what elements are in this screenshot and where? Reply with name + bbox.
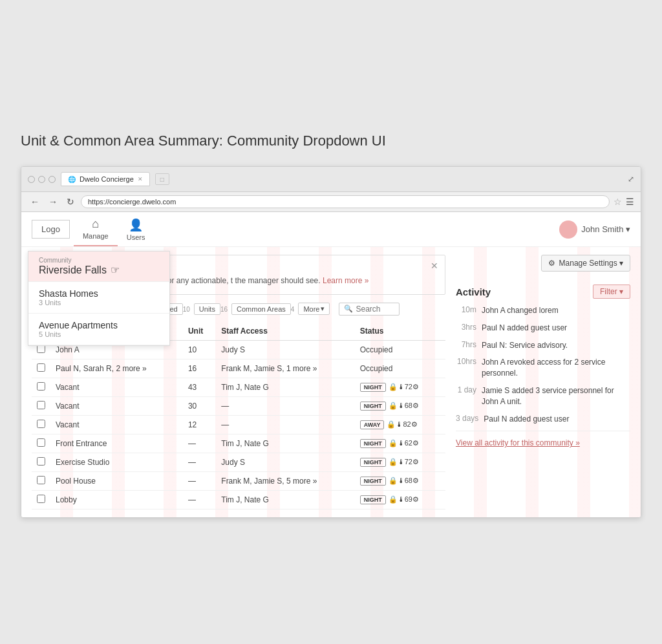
alert-close-button[interactable]: ✕	[431, 261, 438, 271]
cell-name: Front Entrance	[50, 434, 183, 453]
page-title: Unit & Common Area Summary: Community Dr…	[21, 126, 641, 156]
community-label: Community	[39, 257, 159, 264]
community-item-avenue[interactable]: Avenue Apartments 5 Units	[28, 314, 169, 345]
activity-item: 7hrsPaul N: Service advisory.	[456, 340, 630, 351]
activity-filter-button[interactable]: Filter ▾	[593, 284, 630, 299]
activity-item: 10mJohn A changed lorem	[456, 305, 630, 316]
row-checkbox[interactable]	[37, 476, 45, 484]
row-checkbox[interactable]	[37, 438, 45, 447]
cell-name: Exercise Studio	[50, 453, 183, 471]
row-checkbox[interactable]	[37, 382, 45, 391]
cell-status: NIGHT🔒🌡69⚙	[355, 490, 445, 509]
browser-minimize-dot[interactable]	[38, 176, 45, 183]
new-tab-button[interactable]: □	[155, 173, 169, 185]
filter-units[interactable]: Units	[194, 303, 220, 315]
activity-text: Paul N added guest user	[484, 414, 630, 425]
activity-time: 10hrs	[456, 357, 476, 379]
community-item-shasta[interactable]: Shasta Homes 3 Units	[28, 282, 169, 314]
community-item-name: Shasta Homes	[39, 288, 159, 299]
filter-common-areas-label: Common Areas4	[231, 303, 294, 315]
cell-unit: 30	[183, 396, 216, 415]
browser-tab[interactable]: 🌐 Dwelo Concierge ✕	[61, 172, 150, 186]
users-icon: 👤	[129, 218, 143, 232]
cell-staff: Tim J, Nate G	[216, 378, 354, 396]
activity-panel: Activity Filter ▾ 10mJohn A changed lore…	[456, 284, 630, 448]
cell-unit: 43	[183, 378, 216, 396]
row-checkbox[interactable]	[37, 495, 45, 503]
browser-titlebar: 🌐 Dwelo Concierge ✕ □ ⤢	[21, 167, 641, 192]
top-nav: Logo ⌂ Manage 👤 Users John Smith ▾ Commu…	[21, 212, 641, 247]
view-all-activity-link[interactable]: View all activity for this community »	[456, 438, 580, 447]
status-icons: 🔒🌡69⚙	[389, 495, 419, 504]
browser-traffic-lights	[28, 176, 56, 183]
activity-header: Activity Filter ▾	[456, 284, 630, 299]
browser-close-dot[interactable]	[28, 176, 35, 183]
activity-time: 3hrs	[456, 323, 476, 334]
activity-time: 7hrs	[456, 340, 476, 351]
cell-staff: Frank M, Jamie S, 1 more »	[216, 359, 354, 378]
activity-text: Paul N: Service advisory.	[482, 340, 630, 351]
back-button[interactable]: ←	[28, 195, 42, 208]
cell-unit: —	[183, 453, 216, 471]
search-input[interactable]	[356, 305, 394, 314]
cell-unit: 10	[183, 340, 216, 359]
cell-unit: —	[183, 490, 216, 509]
community-dropdown[interactable]: Community Riverside Falls ☞ Shasta Homes…	[28, 251, 170, 346]
status-badge: NIGHT	[360, 402, 386, 411]
status-icons: 🔒🌡72⚙	[389, 383, 419, 391]
nav-logo[interactable]: Logo	[32, 220, 70, 239]
status-badge: NIGHT	[360, 458, 386, 467]
cell-name: Paul N, Sarah R, 2 more »	[50, 359, 183, 378]
more-button[interactable]: More ▾	[298, 303, 330, 315]
nav-item-manage[interactable]: ⌂ Manage	[74, 212, 118, 246]
tab-close-icon[interactable]: ✕	[138, 176, 143, 182]
status-badge: AWAY	[360, 420, 385, 429]
browser-menu-icon[interactable]: ☰	[626, 197, 634, 207]
activity-text: John A changed lorem	[482, 305, 630, 316]
forward-button[interactable]: →	[46, 195, 60, 208]
activity-text: Jamie S added 3 service personnel for Jo…	[482, 385, 630, 407]
bookmark-icon[interactable]: ☆	[614, 197, 622, 207]
browser-expand-icon[interactable]: ⤢	[628, 175, 634, 184]
table-row: Pool House—Frank M, Jamie S, 5 more »NIG…	[32, 471, 445, 490]
status-icons: 🔒🌡72⚙	[389, 458, 419, 466]
search-box[interactable]: 🔍	[339, 303, 400, 316]
browser-maximize-dot[interactable]	[48, 176, 56, 183]
table-row: Vacant43Tim J, Nate GNIGHT🔒🌡72⚙	[32, 378, 445, 396]
status-icons: 🔒🌡82⚙	[387, 420, 417, 429]
browser-toolbar: ← → ↻ https://concierge.dwelo.com ☆ ☰	[21, 192, 641, 212]
activity-item: 1 dayJamie S added 3 service personnel f…	[456, 385, 630, 407]
nav-item-users[interactable]: 👤 Users	[118, 213, 155, 246]
activity-item: 3hrsPaul N added guest user	[456, 323, 630, 334]
th-staff: Staff Access	[216, 322, 354, 341]
status-icons: 🔒🌡68⚙	[389, 402, 419, 410]
cell-staff: Judy S	[216, 340, 354, 359]
activity-text: John A revoked access for 2 service pers…	[482, 357, 630, 379]
nav-manage-label: Manage	[83, 232, 109, 240]
table-row: Vacant30—NIGHT🔒🌡68⚙	[32, 396, 445, 415]
row-checkbox[interactable]	[37, 457, 45, 466]
status-badge: NIGHT	[360, 495, 386, 504]
cell-name: Pool House	[50, 471, 183, 490]
community-selected[interactable]: Community Riverside Falls ☞	[28, 252, 169, 282]
row-checkbox[interactable]	[37, 420, 45, 428]
cell-status: NIGHT🔒🌡72⚙	[355, 378, 445, 396]
content-right: ⚙ Manage Settings ▾ Activity Filter ▾ 10…	[456, 255, 630, 510]
reload-button[interactable]: ↻	[64, 195, 77, 208]
activity-item: 3 daysPaul N added guest user	[456, 414, 630, 425]
row-checkbox[interactable]	[37, 401, 45, 409]
table-row: Paul N, Sarah R, 2 more »16Frank M, Jami…	[32, 359, 445, 378]
cell-name: Lobby	[50, 490, 183, 509]
manage-settings-button[interactable]: ⚙ Manage Settings ▾	[541, 255, 630, 272]
cell-unit: —	[183, 434, 216, 453]
user-name[interactable]: John Smith ▾	[581, 224, 630, 234]
filter-common-areas[interactable]: Common Areas	[231, 303, 291, 315]
url-bar[interactable]: https://concierge.dwelo.com	[81, 195, 610, 208]
activity-time: 10m	[456, 305, 476, 316]
alert-link[interactable]: Learn more »	[323, 276, 368, 285]
cell-status: NIGHT🔒🌡62⚙	[355, 434, 445, 453]
community-item-units: 3 Units	[39, 299, 159, 306]
cell-status: Occupied	[355, 340, 445, 359]
row-checkbox[interactable]	[37, 363, 45, 372]
cell-status: NIGHT🔒🌡68⚙	[355, 396, 445, 415]
